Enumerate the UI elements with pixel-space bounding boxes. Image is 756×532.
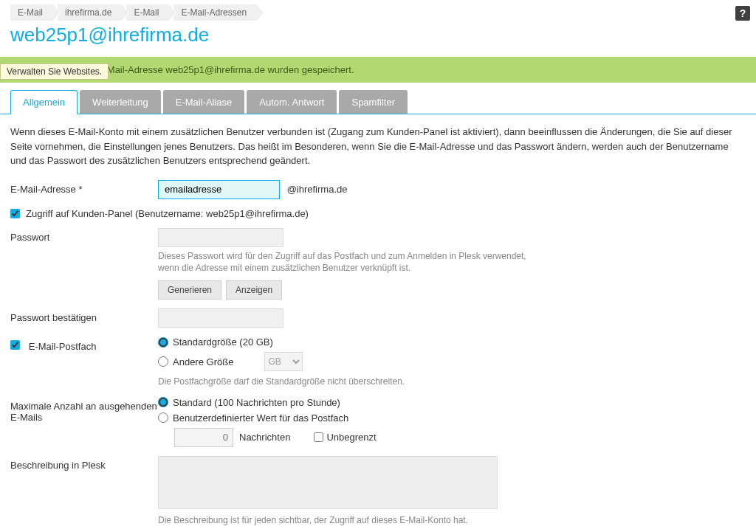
tab-aliase[interactable]: E-Mail-Aliase	[163, 90, 245, 114]
email-label: E-Mail-Adresse *	[10, 180, 158, 195]
email-input[interactable]	[158, 180, 280, 199]
description-textarea[interactable]	[158, 456, 498, 509]
crumb-addresses[interactable]: E-Mail-Adressen	[173, 4, 257, 21]
email-domain-suffix: @ihrefirma.de	[287, 184, 348, 195]
outgoing-custom-radio[interactable]	[158, 412, 168, 423]
size-unit-select[interactable]: GB	[264, 352, 303, 371]
help-icon[interactable]: ?	[735, 6, 750, 21]
outgoing-custom-label: Benutzerdefinierter Wert für das Postfac…	[173, 412, 348, 424]
mailbox-checkbox[interactable]	[10, 340, 20, 350]
tab-allgemein[interactable]: Allgemein	[10, 90, 78, 114]
tabs: Allgemein Weiterleitung E-Mail-Aliase Au…	[0, 90, 756, 114]
size-hint: Die Postfachgröße darf die Standardgröße…	[158, 376, 542, 388]
description-label: Beschreibung in Plesk	[10, 456, 158, 471]
cp-access-label: Zugriff auf Kunden-Panel (Benutzername: …	[26, 208, 309, 219]
size-default-label: Standardgröße (20 GB)	[173, 336, 273, 348]
password-confirm-label: Passwort bestätigen	[10, 308, 158, 323]
password-confirm-input[interactable]	[158, 308, 284, 328]
unlimited-checkbox[interactable]	[314, 432, 323, 442]
page-title: web25p1@ihrefirma.de	[0, 21, 756, 57]
crumb-domain[interactable]: ihrefirma.de	[58, 4, 122, 21]
size-other-radio[interactable]	[158, 356, 168, 367]
intro-text: Wenn dieses E-Mail-Konto mit einem zusät…	[10, 125, 746, 168]
cp-access-checkbox[interactable]	[10, 209, 20, 218]
size-default-radio[interactable]	[158, 337, 168, 348]
outgoing-count-input[interactable]	[174, 428, 233, 447]
crumb-email2[interactable]: E-Mail	[126, 4, 169, 21]
tab-spamfilter[interactable]: Spamfilter	[339, 90, 408, 114]
description-hint: Die Beschreibung ist für jeden sichtbar,…	[158, 514, 542, 527]
tooltip-websites: Verwalten Sie Websites.	[0, 63, 109, 80]
unlimited-label: Unbegrenzt	[326, 432, 376, 443]
size-other-label: Andere Größe	[173, 356, 233, 367]
outgoing-default-label: Standard (100 Nachrichten pro Stunde)	[173, 397, 340, 408]
outgoing-label: Maximale Anzahl an ausgehenden E-Mails	[10, 397, 158, 423]
tab-weiterleitung[interactable]: Weiterleitung	[80, 90, 161, 114]
mailbox-label: E-Mail-Postfach	[29, 341, 97, 352]
generate-button[interactable]: Generieren	[158, 280, 221, 300]
outgoing-count-suffix: Nachrichten	[239, 432, 290, 443]
outgoing-default-radio[interactable]	[158, 397, 168, 407]
password-input[interactable]	[158, 228, 284, 247]
success-alert: ie Einstellungen der E-Mail-Adresse web2…	[0, 57, 756, 83]
tab-content: Wenn dieses E-Mail-Konto mit einem zusät…	[0, 114, 756, 532]
password-label: Passwort	[10, 228, 158, 243]
crumb-email[interactable]: E-Mail	[10, 4, 53, 21]
tab-autoreply[interactable]: Autom. Antwort	[247, 90, 337, 114]
password-hint: Dieses Passwort wird für den Zugriff auf…	[158, 250, 542, 275]
show-button[interactable]: Anzeigen	[226, 280, 282, 300]
breadcrumb: E-Mail ihrefirma.de E-Mail E-Mail-Adress…	[0, 0, 756, 21]
